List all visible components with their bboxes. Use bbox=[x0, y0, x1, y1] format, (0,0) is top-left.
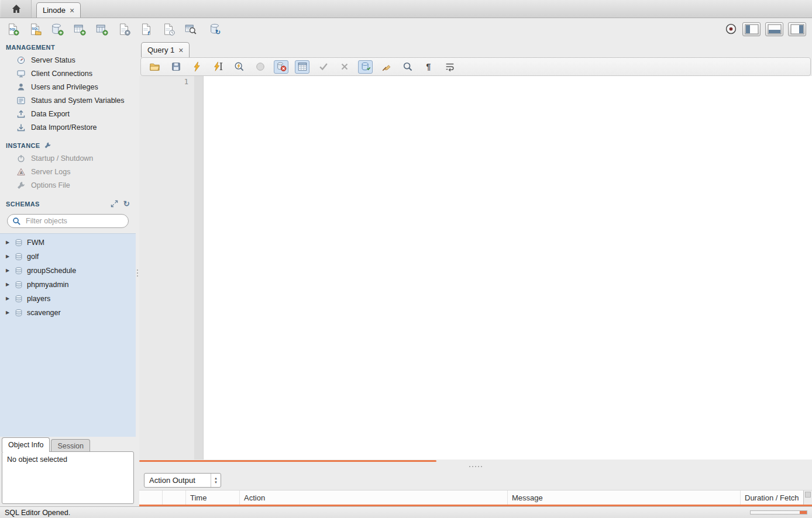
schema-item-groupschedule[interactable]: ▶ groupSchedule bbox=[0, 264, 136, 278]
connection-tab[interactable]: Linode × bbox=[36, 2, 81, 18]
toggle-right-sidebar-icon[interactable] bbox=[788, 22, 806, 36]
sidebar-item-server-logs[interactable]: A Server Logs bbox=[0, 165, 136, 178]
line-number-gutter: 1 bbox=[139, 76, 194, 460]
system-variables-icon bbox=[16, 96, 26, 105]
tab-object-info[interactable]: Object Info bbox=[2, 437, 50, 452]
create-view-icon[interactable] bbox=[95, 22, 109, 36]
close-icon[interactable]: × bbox=[178, 46, 183, 54]
schema-item-players[interactable]: ▶ players bbox=[0, 292, 136, 306]
column-header-blank2[interactable] bbox=[163, 491, 186, 505]
schema-filter-box[interactable] bbox=[7, 214, 129, 228]
close-icon[interactable]: × bbox=[70, 6, 74, 15]
expander-icon[interactable]: ▶ bbox=[5, 268, 11, 273]
sidebar-item-options-file[interactable]: Options File bbox=[0, 178, 136, 192]
new-sql-tab-icon[interactable]: SQL bbox=[6, 22, 20, 36]
home-icon bbox=[11, 3, 22, 15]
open-sql-script-icon[interactable]: SQL bbox=[28, 22, 42, 36]
schema-tree: ▶ FWM ▶ golf ▶ groupSchedule ▶ p bbox=[0, 233, 136, 437]
create-table-icon[interactable] bbox=[73, 22, 87, 36]
column-header-message[interactable]: Message bbox=[508, 491, 741, 505]
toggle-stop-on-error-icon[interactable] bbox=[274, 60, 288, 74]
create-function-icon[interactable]: f bbox=[139, 22, 153, 36]
find-icon[interactable] bbox=[400, 60, 415, 74]
server-status-icon bbox=[16, 56, 26, 65]
toggle-output-area-icon[interactable] bbox=[765, 22, 783, 36]
column-header-blank1[interactable] bbox=[139, 491, 163, 505]
hscroll-thumb[interactable] bbox=[139, 460, 436, 462]
sidebar-item-users-privileges[interactable]: Users and Privileges bbox=[0, 80, 136, 94]
invisible-characters-icon[interactable]: ¶ bbox=[421, 60, 436, 74]
instance-section-header: INSTANCE bbox=[0, 134, 136, 151]
schema-item-golf[interactable]: ▶ golf bbox=[0, 250, 136, 264]
schemas-title: SCHEMAS bbox=[6, 201, 40, 208]
create-procedure-icon[interactable] bbox=[117, 22, 131, 36]
schema-filter-wrap bbox=[0, 210, 136, 233]
output-view-select[interactable]: Action Output ▲ ▼ bbox=[144, 473, 221, 488]
column-header-time[interactable]: Time bbox=[186, 491, 240, 505]
schema-item-fwm[interactable]: ▶ FWM bbox=[0, 236, 136, 250]
main-toolbar: SQL SQL f ↻ bbox=[0, 18, 812, 40]
column-header-action[interactable]: Action bbox=[240, 491, 508, 505]
execute-current-statement-icon[interactable] bbox=[211, 60, 225, 74]
tab-session[interactable]: Session bbox=[51, 439, 90, 452]
sql-editor-area: Query 1 × bbox=[139, 40, 812, 506]
output-vscrollbar[interactable] bbox=[803, 491, 812, 505]
sidebar-item-system-variables[interactable]: Status and System Variables bbox=[0, 94, 136, 107]
create-event-icon[interactable] bbox=[161, 22, 176, 36]
schema-item-phpmyadmin[interactable]: ▶ phpmyadmin bbox=[0, 278, 136, 292]
explain-icon[interactable] bbox=[232, 60, 246, 74]
reconnect-dbms-icon[interactable]: ↻ bbox=[208, 22, 222, 36]
expand-schemas-icon[interactable] bbox=[111, 200, 118, 208]
search-icon bbox=[12, 217, 21, 226]
sidebar-item-server-status[interactable]: Server Status bbox=[0, 53, 136, 67]
column-header-duration[interactable]: Duration / Fetch bbox=[741, 491, 812, 505]
sidebar-item-startup-shutdown[interactable]: Startup / Shutdown bbox=[0, 151, 136, 165]
save-script-icon[interactable] bbox=[168, 60, 183, 74]
svg-text:A: A bbox=[20, 170, 23, 175]
output-splitter[interactable] bbox=[139, 463, 812, 470]
expander-icon[interactable]: ▶ bbox=[5, 254, 11, 259]
management-section-header: MANAGEMENT bbox=[0, 40, 136, 53]
expander-icon[interactable]: ▶ bbox=[5, 296, 11, 301]
startup-shutdown-icon bbox=[16, 154, 26, 163]
toggle-autocommit-icon[interactable] bbox=[358, 60, 373, 74]
toggle-left-sidebar-icon[interactable] bbox=[742, 22, 761, 36]
toolbar-right-group bbox=[724, 22, 806, 36]
home-tab[interactable] bbox=[1, 0, 32, 18]
commit-icon[interactable] bbox=[316, 60, 331, 74]
expander-icon[interactable]: ▶ bbox=[5, 240, 11, 245]
notifications-icon[interactable] bbox=[724, 22, 738, 36]
stop-icon[interactable] bbox=[253, 60, 267, 74]
sidebar-bottom-tabbar: Object Info Session bbox=[0, 437, 136, 452]
sidebar-item-data-import[interactable]: Data Import/Restore bbox=[0, 120, 136, 134]
refresh-schemas-icon[interactable]: ↻ bbox=[123, 200, 130, 208]
schemas-section-header: SCHEMAS ↻ bbox=[0, 192, 136, 210]
rollback-icon[interactable] bbox=[337, 60, 352, 74]
schema-filter-input[interactable] bbox=[25, 216, 123, 226]
line-number: 1 bbox=[184, 78, 188, 86]
schema-item-scavenger[interactable]: ▶ scavenger bbox=[0, 306, 136, 320]
beautify-icon[interactable] bbox=[379, 60, 394, 74]
output-grid-header: Time Action Message Duration / Fetch bbox=[139, 490, 812, 505]
create-schema-icon[interactable] bbox=[50, 22, 64, 36]
code-editor[interactable]: 1 bbox=[139, 76, 812, 460]
sidebar-item-data-export[interactable]: Data Export bbox=[0, 107, 136, 120]
management-title: MANAGEMENT bbox=[6, 44, 55, 51]
sidebar-item-client-connections[interactable]: Client Connections bbox=[0, 67, 136, 80]
query-tab[interactable]: Query 1 × bbox=[141, 42, 190, 57]
code-area[interactable] bbox=[204, 76, 812, 460]
expander-icon[interactable]: ▶ bbox=[5, 310, 11, 315]
wrap-text-icon[interactable] bbox=[442, 60, 457, 74]
bottom-hscroll-thumb[interactable] bbox=[800, 511, 807, 514]
stepper-icon[interactable]: ▲ ▼ bbox=[211, 474, 221, 487]
search-table-data-icon[interactable] bbox=[184, 22, 198, 36]
editor-hscrollbar[interactable] bbox=[139, 460, 812, 463]
bottom-hscrollbar[interactable] bbox=[750, 510, 807, 514]
schema-icon bbox=[15, 267, 23, 275]
expander-icon[interactable]: ▶ bbox=[5, 282, 11, 287]
schema-icon bbox=[15, 281, 23, 289]
editor-toolbar: ¶ bbox=[140, 57, 811, 76]
open-script-icon[interactable] bbox=[147, 60, 162, 74]
execute-icon[interactable] bbox=[190, 60, 204, 74]
limit-rows-icon[interactable] bbox=[295, 60, 309, 74]
